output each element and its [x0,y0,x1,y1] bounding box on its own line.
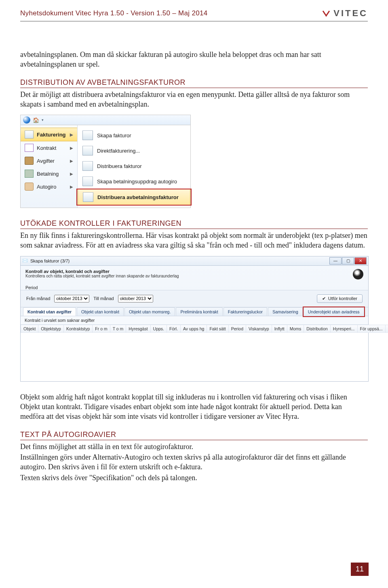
section-kontroller-text: En ny flik finns i faktureringskontrolle… [20,231,368,250]
section-autogiro-title: TEXT PÅ AUTOGIROAVIER [20,430,368,440]
after-wizard-paragraph: Objekt som aldrig haft något kontrakt ko… [20,392,368,422]
table-column-header[interactable]: Moms [287,325,304,332]
menu-skapa-betalningsuppdrag[interactable]: Skapa betalningsuppdrag autogiro [78,174,190,189]
table-column-header[interactable]: Distribution [304,325,331,332]
section-distribution-text: Det är möjligt att distribuera avbetalni… [20,90,368,109]
tab-preliminara-kontrakt[interactable]: Preliminära kontrakt [176,307,222,316]
from-month-select[interactable]: oktober 2013 [54,295,89,302]
menu-left-betalning[interactable]: Betalning ▶ [21,167,77,180]
wizard-screenshot: ✉️ Skapa fakturor (3/7) — ▢ ✕ Kontroll a… [20,256,369,382]
doc-header-title: Nyhetsdokument Vitec Hyra 1.50 - Version… [20,9,207,17]
menu-left-pane: Fakturering ▶ Kontrakt ▶ Avgifter ▶ Beta… [21,125,78,208]
table-column-header[interactable]: Hyresperi... [330,325,357,332]
tab-underobjekt-utan-aviadress[interactable]: Underobjekt utan aviadress [304,307,364,316]
menu-direktfakturering[interactable]: Direktfakturering... [78,143,190,158]
table-column-header[interactable]: Fakt sätt [207,325,228,332]
menu-right-label: Skapa fakturor [97,132,131,139]
brand-text: VITEC [333,8,368,19]
tab-samavisering[interactable]: Samavisering [268,307,303,316]
wizard-tabs: Kontrakt utan avgifter Objekt utan kontr… [21,307,368,316]
app-orb-icon [23,116,30,124]
menu-right-label: Distribuera fakturor [97,163,142,169]
from-month-label: Från månad [26,296,50,301]
table-column-header[interactable]: Upps. [150,325,167,332]
menu-left-label: Autogiro [37,184,56,190]
menu-distribuera-avbetalningsfakturor[interactable]: Distribuera avbetalningsfakturor [78,189,190,205]
wizard-table: ObjektObjektstypKontraktstypFr o mT o mH… [21,325,388,333]
qat-dropdown-icon: ▾ [42,118,44,122]
envelope-icon [82,176,93,186]
menu-left-label: Kontrakt [37,145,56,151]
wizard-subtitle: Kontroll av objekt, kontrakt och avgifte… [25,269,179,274]
table-column-header[interactable]: Förl. [167,325,181,332]
close-button[interactable]: ✕ [354,257,367,265]
table-column-header[interactable]: Hyresgäst [126,325,150,332]
coins-icon [25,170,34,178]
envelope-icon [83,192,93,202]
tab-kontrakt-utan-avgifter[interactable]: Kontrakt utan avgifter [23,307,76,316]
table-column-header[interactable]: Viskanstyp [246,325,272,332]
menu-left-label: Avgifter [37,158,55,164]
menu-left-fakturering[interactable]: Fakturering ▶ [21,128,77,141]
wizard-subdesc: Kontrollera och rätta objekt, kontrakt s… [25,274,179,278]
table-column-header[interactable]: Fr o m [93,325,110,332]
brand-logo: VITEC [322,8,368,19]
menu-screenshot: 🏠 ▾ Fakturering ▶ Kontrakt ▶ Avgifter [20,115,191,208]
envelope-icon [25,130,34,139]
table-column-header[interactable]: För uppsä... [357,325,385,332]
chevron-right-icon: ▶ [70,132,73,137]
chevron-right-icon: ▶ [70,146,73,150]
to-month-select[interactable]: oktober 2013 [118,295,153,302]
chevron-right-icon: ▶ [70,159,73,163]
brand-mark-icon [322,9,330,17]
menu-right-label: Skapa betalningsuppdrag autogiro [97,178,177,185]
chevron-right-icon: ▶ [70,172,73,176]
table-column-header[interactable]: Period [228,325,246,332]
table-column-header[interactable]: Objektstyp [38,325,64,332]
chevron-right-icon: ▶ [70,185,73,189]
table-column-header[interactable]: Inflytt [272,325,287,332]
period-group-label: Period [21,284,368,290]
section-distribution-title: DISTRIBUTION AV AVBETALNINGSFAKTUROR [20,78,368,88]
menu-left-label: Betalning [37,171,59,177]
table-column-header[interactable]: Namnskylt [385,325,388,332]
menu-left-avgifter[interactable]: Avgifter ▶ [21,154,77,167]
menu-left-kontrakt[interactable]: Kontrakt ▶ [21,141,77,154]
menu-skapa-fakturor[interactable]: Skapa fakturor [78,128,190,143]
maximize-button[interactable]: ▢ [342,257,354,265]
tab-faktureringsluckor[interactable]: Faktureringsluckor [224,307,267,316]
run-controls-label: Utför kontroller [328,296,357,301]
menu-left-autogiro[interactable]: Autogiro ▶ [21,180,77,193]
qat-icon: 🏠 [33,117,39,123]
table-column-header[interactable]: T o m [110,325,126,332]
minimize-button[interactable]: — [329,257,342,265]
wizard-subline: Kontrakt i urvalet som saknar avgifter [21,316,368,325]
run-controls-button[interactable]: ✔ Utför kontroller [317,294,363,303]
to-month-label: Till månad [93,296,114,301]
intro-paragraph: avbetalningsplanen. Om man då skickar fa… [20,50,368,69]
section-autogiro-l1: Det finns möjlighet att ställa in en tex… [20,442,368,452]
envelope-icon: ✉️ [22,258,28,263]
envelope-icon [82,161,93,171]
handshake-icon [25,183,34,191]
moneybag-icon [25,157,34,165]
document-icon [25,144,34,152]
menu-distribuera-fakturor[interactable]: Distribuera fakturor [78,158,190,174]
section-autogiro-l2: Inställningen görs under Alternativ-Auto… [20,452,368,472]
window-title: Skapa fakturor (3/7) [30,258,70,263]
page-number: 11 [351,563,369,576]
menu-right-label: Distribuera avbetalningsfakturor [97,194,179,200]
check-icon: ✔ [322,296,326,301]
menu-right-label: Direktfakturering... [97,148,140,154]
envelope-icon [82,146,93,155]
menu-left-label: Fakturering [37,132,66,138]
table-column-header[interactable]: Av upps hg [181,325,207,332]
table-column-header[interactable]: Kontraktstyp [63,325,92,332]
envelope-icon [82,130,93,140]
tab-objekt-utan-kontrakt[interactable]: Objekt utan kontrakt [77,307,124,316]
table-column-header[interactable]: Objekt [21,325,38,332]
menu-right-pane: Skapa fakturor Direktfakturering... Dist… [78,125,190,208]
tab-objekt-utan-momsreg[interactable]: Objekt utan momsreg. [124,307,175,316]
section-autogiro-l3: Texten skrivs dels över "Specifikation" … [20,473,368,483]
section-kontroller-title: UTÖKADE KONTROLLER I FAKTURERINGEN [20,219,368,229]
